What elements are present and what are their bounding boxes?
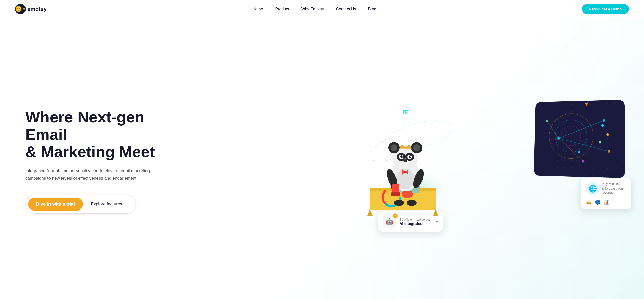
pie-chart-icon: 🥧 [586, 199, 592, 205]
svg-point-4 [24, 8, 25, 9]
request-demo-button[interactable]: > Request a Demo [582, 4, 629, 14]
svg-line-8 [558, 138, 583, 161]
svg-point-11 [608, 150, 610, 153]
logo-icon [15, 4, 26, 14]
panda-illustration [365, 135, 441, 216]
svg-point-36 [410, 156, 411, 157]
dark-dashboard-card [534, 100, 625, 178]
connection-lines [534, 100, 625, 178]
svg-point-33 [400, 155, 403, 158]
ai-robot-icon: 🤖 [383, 215, 396, 228]
navbar: emotsy Home Product Why Emotsy Contact U… [0, 0, 644, 18]
hero-actions: Dive in with a trial Explore features → [25, 195, 136, 214]
revenue-card-main: & forecast your revenue [602, 187, 626, 194]
svg-line-6 [559, 120, 604, 138]
illustration: ✉ ♥ [357, 93, 629, 229]
revenue-card-title: Play with stats [602, 182, 626, 186]
nav-why-emotsy[interactable]: Why Emotsy [301, 7, 324, 11]
logo-text: emotsy [27, 6, 47, 12]
ai-card-text: Be efficient - we've got AI integrated [400, 218, 430, 226]
logo[interactable]: emotsy [15, 4, 47, 14]
svg-point-43 [394, 200, 404, 206]
floating-heart-icon: ♥ [585, 100, 588, 108]
donut-chart-icon: 🔵 [595, 199, 600, 205]
svg-point-12 [582, 160, 584, 163]
svg-point-28 [413, 144, 420, 151]
explore-button[interactable]: Explore features → [91, 202, 129, 207]
hero-section: Where Next-gen Email & Marketing Meet In… [0, 18, 644, 299]
nav-links: Home Product Why Emotsy Contact Us Blog [252, 7, 376, 11]
svg-line-9 [547, 121, 559, 138]
svg-point-10 [603, 119, 605, 122]
hero-left: Where Next-gen Email & Marketing Meet In… [25, 109, 177, 213]
svg-point-37 [403, 159, 407, 162]
trial-button[interactable]: Dive in with a trial [28, 198, 83, 211]
hero-title: Where Next-gen Email & Marketing Meet [25, 109, 177, 160]
svg-point-13 [546, 120, 548, 122]
nav-product[interactable]: Product [275, 7, 289, 11]
svg-point-45 [404, 171, 407, 173]
svg-point-35 [402, 156, 403, 157]
svg-point-5 [23, 9, 24, 9]
svg-line-7 [558, 138, 609, 151]
ai-card-title: AI integrated [400, 221, 430, 226]
revenue-card: 🌐 Play with stats & forecast your revenu… [581, 178, 631, 209]
svg-rect-42 [391, 192, 400, 196]
revenue-icons: 🥧 🔵 📊 [586, 199, 626, 205]
svg-point-34 [409, 155, 411, 158]
hero-right: ✉ ♥ [357, 93, 629, 229]
ai-card-subtitle: Be efficient - we've got [400, 218, 430, 221]
floating-envelope-icon: ✉ [403, 108, 409, 116]
globe-icon: 🌐 [586, 182, 599, 195]
bar-chart-icon: 📊 [603, 199, 609, 205]
nav-contact-us[interactable]: Contact Us [336, 7, 356, 11]
svg-point-3 [23, 8, 23, 9]
hero-description: Integrating AI real-time personalization… [25, 167, 157, 182]
chevron-down-icon: ▾ [436, 219, 438, 224]
svg-point-44 [407, 200, 417, 206]
nav-home[interactable]: Home [252, 7, 263, 11]
svg-point-26 [391, 144, 397, 151]
nav-blog[interactable]: Blog [368, 7, 376, 11]
